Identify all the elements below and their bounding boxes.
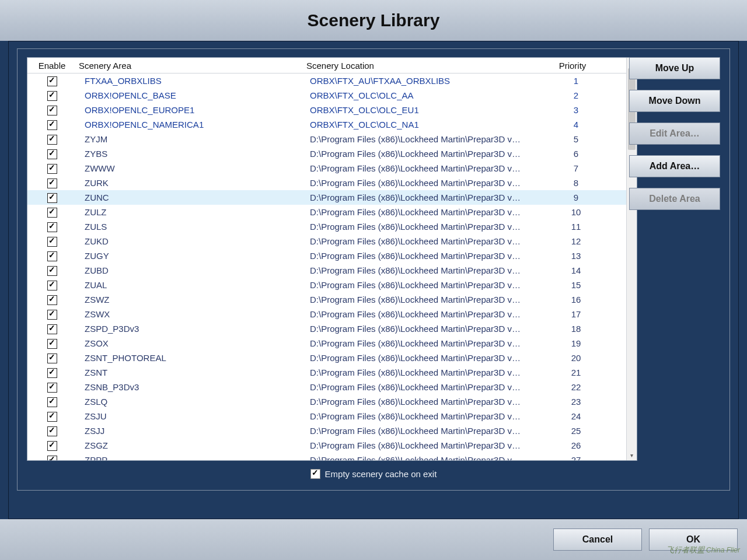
col-location[interactable]: Scenery Location — [304, 61, 541, 71]
table-row[interactable]: ZURKD:\Program Files (x86)\Lockheed Mart… — [27, 176, 637, 190]
table-row[interactable]: ZSWZD:\Program Files (x86)\Lockheed Mart… — [27, 292, 637, 307]
enable-checkbox[interactable] — [47, 339, 57, 349]
edit-area-button[interactable]: Edit Area… — [629, 123, 720, 145]
priority-cell: 16 — [544, 295, 608, 304]
table-row[interactable]: ORBX!OPENLC_NAMERICA1ORBX\FTX_OLC\OLC_NA… — [27, 117, 637, 132]
enable-cell — [27, 104, 76, 116]
enable-checkbox[interactable] — [47, 441, 57, 451]
add-area-button[interactable]: Add Area… — [629, 155, 720, 177]
table-row[interactable]: ZSGZD:\Program Files (x86)\Lockheed Mart… — [27, 438, 637, 453]
location-cell: D:\Program Files (x86)\Lockheed Martin\P… — [310, 222, 544, 232]
enable-checkbox[interactable] — [47, 266, 57, 276]
enable-checkbox[interactable] — [47, 178, 57, 188]
table-row[interactable]: ZYJMD:\Program Files (x86)\Lockheed Mart… — [27, 132, 637, 146]
location-cell: D:\Program Files (x86)\Lockheed Martin\P… — [310, 411, 544, 421]
table-row[interactable]: ZUKDD:\Program Files (x86)\Lockheed Mart… — [27, 234, 637, 249]
watermark: 飞行者联盟 China Flier — [666, 545, 740, 555]
area-cell: ZUGY — [76, 251, 310, 261]
table-row[interactable]: ZSNT_PHOTOREALD:\Program Files (x86)\Loc… — [27, 351, 637, 365]
enable-cell — [27, 367, 76, 378]
enable-checkbox[interactable] — [47, 76, 57, 86]
table-row[interactable]: ZSLQD:\Program Files (x86)\Lockheed Mart… — [27, 394, 637, 409]
table-row[interactable]: ZPPPD:\Program Files (x86)\Lockheed Mart… — [27, 453, 637, 460]
table-row[interactable]: ZUBDD:\Program Files (x86)\Lockheed Mart… — [27, 263, 637, 278]
enable-checkbox[interactable] — [47, 281, 57, 290]
table-row[interactable]: ZUGYD:\Program Files (x86)\Lockheed Mart… — [27, 249, 637, 263]
enable-checkbox[interactable] — [47, 368, 57, 378]
table-row[interactable]: ZULSD:\Program Files (x86)\Lockheed Mart… — [27, 219, 637, 234]
enable-checkbox[interactable] — [47, 324, 57, 334]
enable-cell — [27, 163, 76, 174]
enable-checkbox[interactable] — [47, 149, 57, 159]
table-row[interactable]: ZUALD:\Program Files (x86)\Lockheed Mart… — [27, 278, 637, 292]
enable-checkbox[interactable] — [47, 354, 57, 363]
scroll-down-icon[interactable]: ▾ — [627, 450, 637, 460]
enable-cell — [27, 75, 76, 86]
table-row[interactable]: ZSJUD:\Program Files (x86)\Lockheed Mart… — [27, 409, 637, 424]
location-cell: D:\Program Files (x86)\Lockheed Martin\P… — [310, 163, 544, 173]
location-cell: D:\Program Files (x86)\Lockheed Martin\P… — [310, 134, 544, 144]
table-row[interactable]: FTXAA_ORBXLIBSORBX\FTX_AU\FTXAA_ORBXLIBS… — [27, 74, 637, 88]
priority-cell: 26 — [544, 440, 608, 450]
area-cell: ZSLQ — [76, 397, 310, 407]
location-cell: D:\Program Files (x86)\Lockheed Martin\P… — [310, 338, 544, 348]
scenery-table: Enable Scenery Area Scenery Location Pri… — [27, 57, 637, 461]
area-cell: ZULS — [76, 222, 310, 232]
table-row[interactable]: ZSOXD:\Program Files (x86)\Lockheed Mart… — [27, 336, 637, 351]
enable-cell — [27, 134, 76, 145]
table-row[interactable]: ZSJJD:\Program Files (x86)\Lockheed Mart… — [27, 424, 637, 438]
move-up-button[interactable]: Move Up — [629, 57, 720, 79]
table-row[interactable]: ORBX!OPENLC_EUROPE1ORBX\FTX_OLC\OLC_EU13 — [27, 103, 637, 117]
enable-checkbox[interactable] — [47, 135, 57, 145]
cache-checkbox[interactable] — [310, 469, 320, 479]
col-priority[interactable]: Priority — [541, 61, 604, 71]
col-area[interactable]: Scenery Area — [76, 61, 304, 71]
enable-checkbox[interactable] — [47, 251, 57, 261]
table-row[interactable]: ORBX!OPENLC_BASEORBX\FTX_OLC\OLC_AA2 — [27, 88, 637, 103]
table-row[interactable]: ZSNTD:\Program Files (x86)\Lockheed Mart… — [27, 365, 637, 380]
table-row[interactable]: ZULZD:\Program Files (x86)\Lockheed Mart… — [27, 205, 637, 219]
area-cell: ZUAL — [76, 280, 310, 290]
location-cell: D:\Program Files (x86)\Lockheed Martin\P… — [310, 265, 544, 275]
enable-checkbox[interactable] — [47, 208, 57, 218]
enable-checkbox[interactable] — [47, 193, 57, 203]
priority-cell: 8 — [544, 178, 608, 188]
enable-checkbox[interactable] — [47, 120, 57, 130]
table-row[interactable]: ZWWWD:\Program Files (x86)\Lockheed Mart… — [27, 161, 637, 176]
location-cell: ORBX\FTX_AU\FTXAA_ORBXLIBS — [310, 76, 544, 86]
enable-checkbox[interactable] — [47, 222, 57, 232]
delete-area-button[interactable]: Delete Area — [629, 188, 720, 210]
table-row[interactable]: ZSPD_P3Dv3D:\Program Files (x86)\Lockhee… — [27, 321, 637, 336]
priority-cell: 19 — [544, 338, 608, 348]
enable-checkbox[interactable] — [47, 456, 57, 460]
table-row[interactable]: ZSNB_P3Dv3D:\Program Files (x86)\Lockhee… — [27, 380, 637, 394]
location-cell: D:\Program Files (x86)\Lockheed Martin\P… — [310, 440, 544, 450]
enable-cell — [27, 440, 76, 451]
col-enable[interactable]: Enable — [27, 61, 76, 71]
watermark-cn: 飞行者联盟 — [666, 545, 704, 554]
priority-cell: 10 — [544, 207, 608, 217]
enable-checkbox[interactable] — [47, 310, 57, 320]
enable-checkbox[interactable] — [47, 164, 57, 174]
enable-checkbox[interactable] — [47, 295, 57, 305]
title-bar: Scenery Library — [0, 0, 747, 41]
enable-checkbox[interactable] — [47, 412, 57, 422]
cancel-button[interactable]: Cancel — [553, 528, 642, 551]
enable-checkbox[interactable] — [47, 397, 57, 407]
enable-checkbox[interactable] — [47, 237, 57, 247]
enable-checkbox[interactable] — [47, 426, 57, 436]
table-row[interactable]: ZUNCD:\Program Files (x86)\Lockheed Mart… — [27, 190, 637, 205]
area-cell: ZPPP — [76, 455, 310, 460]
enable-checkbox[interactable] — [47, 91, 57, 101]
table-row[interactable]: ZSWXD:\Program Files (x86)\Lockheed Mart… — [27, 307, 637, 321]
table-header: Enable Scenery Area Scenery Location Pri… — [27, 58, 637, 74]
enable-checkbox[interactable] — [47, 383, 57, 393]
priority-cell: 24 — [544, 411, 608, 421]
enable-cell — [27, 411, 76, 422]
move-down-button[interactable]: Move Down — [629, 90, 720, 112]
table-row[interactable]: ZYBSD:\Program Files (x86)\Lockheed Mart… — [27, 146, 637, 161]
priority-cell: 2 — [544, 90, 608, 100]
enable-checkbox[interactable] — [47, 106, 57, 116]
enable-cell — [27, 309, 76, 320]
area-cell: ZSWZ — [76, 295, 310, 304]
